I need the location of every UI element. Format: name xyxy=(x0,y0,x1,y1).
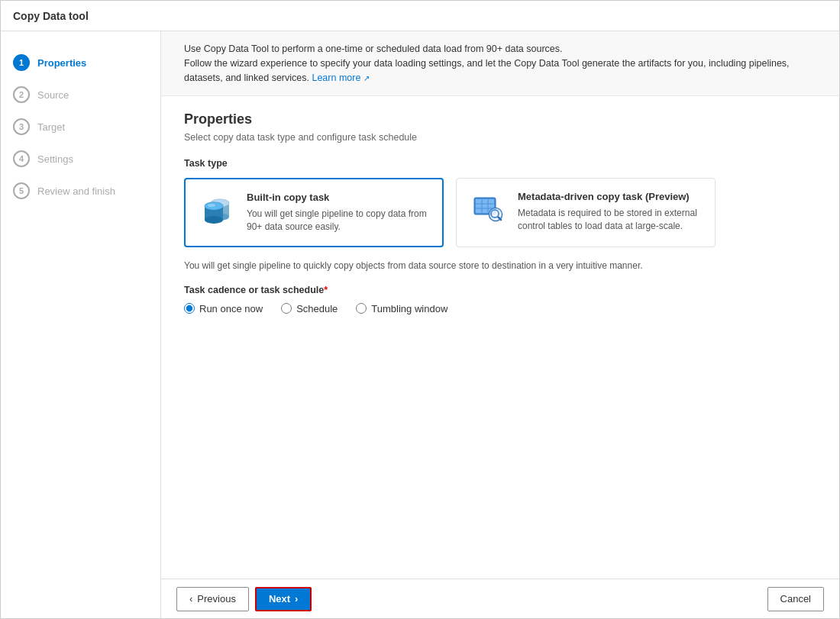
sidebar-item-target[interactable]: 3 Target xyxy=(1,111,160,143)
radio-schedule[interactable]: Schedule xyxy=(281,303,338,314)
info-text-2: Follow the wizard experience to specify … xyxy=(184,58,790,83)
metadata-copy-task-card[interactable]: Metadata-driven copy task (Preview) Meta… xyxy=(456,178,716,247)
builtin-card-title: Built-in copy task xyxy=(247,192,430,203)
section-subtitle: Select copy data task type and configure… xyxy=(184,132,816,143)
builtin-copy-icon xyxy=(198,192,236,230)
section-title: Properties xyxy=(184,111,816,127)
sidebar-label-source: Source xyxy=(37,89,69,101)
metadata-copy-icon xyxy=(469,191,507,229)
required-star: * xyxy=(324,285,328,295)
step-number-4: 4 xyxy=(13,150,30,167)
title-bar: Copy Data tool xyxy=(1,1,839,31)
task-type-label: Task type xyxy=(184,158,816,169)
builtin-copy-task-card[interactable]: Built-in copy task You will get single p… xyxy=(184,178,444,247)
content-area: Use Copy Data Tool to perform a one-time… xyxy=(161,31,839,618)
sidebar-label-properties: Properties xyxy=(37,57,86,69)
radio-run-once-input[interactable] xyxy=(184,303,195,314)
footer-right: Cancel xyxy=(767,587,824,611)
next-button[interactable]: Next › xyxy=(255,587,312,611)
metadata-card-content: Metadata-driven copy task (Preview) Meta… xyxy=(518,191,703,233)
info-banner: Use Copy Data Tool to perform a one-time… xyxy=(161,31,839,96)
builtin-card-content: Built-in copy task You will get single p… xyxy=(247,192,430,234)
content-scroll: Properties Select copy data task type an… xyxy=(161,96,839,579)
svg-point-6 xyxy=(205,216,223,224)
note-text: You will get single pipeline to quickly … xyxy=(184,260,816,272)
schedule-label: Task cadence or task schedule* xyxy=(184,285,816,295)
radio-tumbling[interactable]: Tumbling window xyxy=(356,303,447,314)
builtin-card-desc: You will get single pipeline to copy dat… xyxy=(247,208,430,234)
footer-left: ‹ Previous Next › xyxy=(176,587,312,611)
radio-schedule-label: Schedule xyxy=(296,303,338,314)
radio-tumbling-input[interactable] xyxy=(356,303,367,314)
step-number-3: 3 xyxy=(13,118,30,135)
sidebar-label-settings: Settings xyxy=(37,153,73,165)
step-number-2: 2 xyxy=(13,86,30,103)
step-number-5: 5 xyxy=(13,182,30,199)
main-content: 1 Properties 2 Source 3 Target 4 Setting… xyxy=(1,31,839,618)
metadata-card-title: Metadata-driven copy task (Preview) xyxy=(518,191,703,202)
next-chevron-icon: › xyxy=(295,593,298,604)
external-link-icon: ↗ xyxy=(363,74,370,82)
previous-button[interactable]: ‹ Previous xyxy=(176,587,249,611)
radio-tumbling-label: Tumbling window xyxy=(371,303,447,314)
radio-group: Run once now Schedule Tumbling window xyxy=(184,303,816,314)
info-text-1: Use Copy Data Tool to perform a one-time… xyxy=(184,44,563,54)
learn-more-link[interactable]: Learn more ↗ xyxy=(312,73,369,83)
sidebar-item-properties[interactable]: 1 Properties xyxy=(1,47,160,79)
radio-run-once[interactable]: Run once now xyxy=(184,303,263,314)
sidebar-item-source[interactable]: 2 Source xyxy=(1,79,160,111)
svg-point-8 xyxy=(208,204,215,207)
title-bar-text: Copy Data tool xyxy=(13,10,89,22)
task-type-container: Built-in copy task You will get single p… xyxy=(184,178,816,247)
sidebar: 1 Properties 2 Source 3 Target 4 Setting… xyxy=(1,31,161,618)
step-number-1: 1 xyxy=(13,54,30,71)
sidebar-label-target: Target xyxy=(37,121,65,133)
cancel-button[interactable]: Cancel xyxy=(767,587,824,611)
metadata-card-desc: Metadata is required to be stored in ext… xyxy=(518,207,703,233)
sidebar-label-review: Review and finish xyxy=(37,185,115,197)
window: Copy Data tool 1 Properties 2 Source 3 T… xyxy=(0,0,840,619)
sidebar-item-settings[interactable]: 4 Settings xyxy=(1,143,160,175)
footer: ‹ Previous Next › Cancel xyxy=(161,579,839,618)
radio-schedule-input[interactable] xyxy=(281,303,292,314)
previous-chevron-icon: ‹ xyxy=(189,593,192,604)
sidebar-item-review[interactable]: 5 Review and finish xyxy=(1,175,160,207)
radio-run-once-label: Run once now xyxy=(199,303,263,314)
